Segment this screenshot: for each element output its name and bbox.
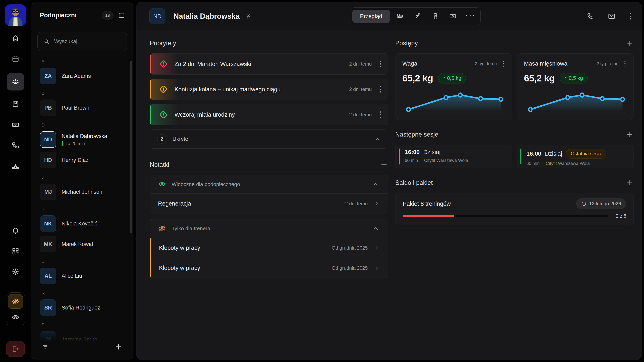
search-icon [43,38,50,45]
add-client-button[interactable] [114,343,123,351]
contact-row[interactable]: ALAlice Liu [40,267,126,285]
letter-header: J [42,175,126,180]
hidden-label: Ukryte [172,136,188,142]
statistics-nav[interactable] [9,159,22,173]
contact-info: Alice Liu [62,273,82,279]
sidebar-scrollbar[interactable] [130,60,132,234]
note-row[interactable]: Kłopoty w pracyOd grudnia 2025 [151,258,388,278]
add-session-button[interactable] [626,130,634,139]
contact-info: Sofia Rodriguez [62,305,100,311]
tab-documents[interactable] [427,10,443,23]
priority-more-button[interactable] [378,110,382,119]
tab-measurements[interactable] [392,10,408,23]
library-nav[interactable] [9,98,22,111]
package-card[interactable]: Pakiet 8 treningów 12 lutego 2026 2 z 8 [395,193,634,225]
contact-row[interactable]: NDNatalia Dąbrowskaza 20 min [40,130,126,149]
priority-more-button[interactable] [378,59,382,68]
priority-item[interactable]: Za 2 dni Maraton Warszawski2 dni temu [150,53,388,75]
copies-icon [431,12,439,20]
session-cards: 16:00Dzisiaj60 minCityfit Warszawa Wola1… [395,145,634,168]
calendar-nav[interactable] [9,52,22,65]
header-more-button[interactable] [628,12,632,21]
balance-title: Saldo i pakiet [395,179,433,186]
workflow-nav[interactable] [9,139,22,152]
letter-header: L [42,259,126,264]
session-card[interactable]: 16:00DzisiajOstatnia sesja60 minCityfit … [517,145,634,168]
priority-text: Wczoraj miała urodziny [174,111,349,118]
metric-delta: 0,5 kg [569,75,583,81]
contact-row[interactable]: ZAZara Adams [40,66,126,85]
phone-icon [587,12,595,20]
add-package-button[interactable] [626,179,634,187]
contact-row[interactable]: HDHenry Diaz [40,151,126,170]
priority-item[interactable]: Wczoraj miała urodziny2 dni temu [150,104,388,125]
balance-section: Saldo i pakiet Pakiet 8 treningów 12 lut… [395,178,634,225]
bell-icon [12,227,20,235]
progress-count: 2 z 8 [616,213,626,219]
logout-button[interactable] [6,341,25,357]
note-group-rows: Kłopoty w pracyOd grudnia 2025Kłopoty w … [150,238,388,278]
priority-accent [150,53,151,74]
email-button[interactable] [608,12,616,20]
hidden-priorities-row[interactable]: 2 Ukryte [150,129,388,149]
tab-more-button[interactable]: ··· [463,10,478,23]
app: Podopieczni 19 AZAZara AdamsBPBPaul Brow… [0,0,644,362]
progress-card[interactable]: Waga2 tyg. temu65,2 kg↑0,5 kg [395,53,512,120]
workflow-icon [12,141,20,149]
metric-value: 65,2 kg [524,73,555,84]
hide-details-button[interactable] [8,294,23,309]
clients-nav[interactable] [7,73,24,90]
note-row[interactable]: Kłopoty w pracyOd grudnia 2025 [151,238,388,258]
tab-workouts[interactable] [410,10,425,23]
contact-avatar: MJ [40,184,56,200]
qr-code-nav[interactable] [9,245,22,258]
person-icon [245,13,252,20]
notifications-nav[interactable] [9,224,22,237]
note-row[interactable]: Regeneracja2 dni temu [150,193,388,214]
tab-payments[interactable] [445,10,461,23]
progress-card[interactable]: Masa mięśniowa2 tyg. temu65,2 kg↑0,5 kg [517,53,634,120]
payments-icon [449,12,457,20]
filter-button[interactable] [42,343,50,351]
letter-header: K [42,207,126,212]
settings-nav[interactable] [9,265,22,278]
priority-item[interactable]: Kontuzja kolana – unikaj martwego ciągu2… [150,79,388,100]
call-button[interactable] [587,12,595,20]
contact-row[interactable]: MJMichael Johnson [40,182,126,201]
metric-more-button[interactable] [502,59,505,68]
contact-avatar: AL [40,268,56,284]
clients-sidebar: Podopieczni 19 AZAZara AdamsBPBPaul Brow… [31,2,134,360]
add-progress-button[interactable] [626,39,634,47]
note-group-rows: Regeneracja2 dni temu [150,193,388,214]
contact-row[interactable]: PBPaul Brown [40,98,126,117]
priority-list: Za 2 dni Maraton Warszawski2 dni temuKon… [150,53,388,125]
trainer-avatar[interactable] [5,4,26,26]
note-title: Regeneracja [158,200,191,207]
chevron-up-icon [372,180,380,188]
priority-more-button[interactable] [378,85,382,94]
eye-icon [12,313,20,321]
search-input[interactable] [54,38,126,45]
last-session-badge: Ostatnia sesja [566,149,606,158]
letter-header: B [42,91,126,96]
payments-nav[interactable] [9,118,22,131]
home-nav[interactable] [9,32,22,45]
overview-content: Priorytety Za 2 dni Maraton Warszawski2 … [136,30,642,360]
contact-row[interactable]: NKNikola Kovačić [40,214,126,233]
contact-row[interactable]: SRSofia Rodriguez [40,298,126,317]
sidebar-title: Podopieczni [40,12,77,19]
contact-avatar: MK [40,236,56,252]
priority-accent [150,104,151,125]
notes-title: Notatki [150,161,169,168]
contact-row[interactable]: MKMarek Kowal [40,235,126,254]
session-card[interactable]: 16:00Dzisiaj60 minCityfit Warszawa Wola [395,145,512,168]
session-day: Dzisiaj [423,149,440,155]
icon-rail [0,0,31,362]
note-group-header[interactable]: Tylko dla trenera [150,219,388,238]
tab-overview[interactable]: Przegląd [352,10,390,23]
show-details-button[interactable] [8,310,23,324]
collapse-panel-button[interactable] [118,12,125,19]
metric-more-button[interactable] [623,59,627,68]
note-group-header[interactable]: Widoczne dla podopiecznego [150,175,388,193]
add-note-button[interactable] [380,161,388,169]
